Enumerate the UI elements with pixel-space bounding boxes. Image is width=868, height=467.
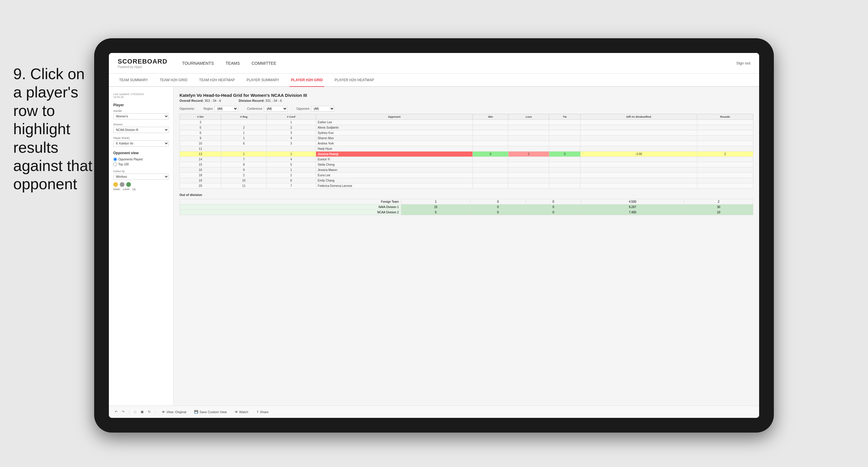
nav-committee[interactable]: COMMITTEE — [252, 59, 276, 67]
dot-up — [126, 182, 131, 187]
cell-rounds — [697, 146, 753, 152]
region-filter-group: Region (All) — [204, 106, 238, 112]
out-cell-rounds: 2 — [684, 199, 753, 205]
instruction-text: 9. Click on a player's row to highlight … — [13, 65, 96, 193]
cell-tie — [549, 146, 581, 152]
table-row[interactable]: 31Esther Lee — [180, 120, 753, 125]
tab-player-h2h-grid[interactable]: PLAYER H2H GRID — [289, 73, 324, 87]
opponent-select[interactable]: (All) — [311, 106, 335, 112]
view-original-btn[interactable]: 👁 View: Original — [160, 409, 188, 415]
cell-opponent: Emily Chang — [316, 178, 473, 183]
cell-conf: 2 — [266, 173, 316, 178]
tab-team-summary[interactable]: TEAM SUMMARY — [118, 73, 150, 87]
share-icon: ⇪ — [256, 410, 259, 414]
opponents-played-option[interactable]: Opponents Played — [113, 157, 169, 161]
cell-div: 3 — [180, 120, 221, 125]
out-table-row[interactable]: Foreign Team1004.5002 — [180, 199, 753, 205]
out-cell-col2: 0 — [470, 199, 526, 205]
cell-win — [473, 120, 508, 125]
table-row[interactable]: 522Alexis Sudjianto — [180, 125, 753, 130]
table-row[interactable]: 914Sharon Mun — [180, 136, 753, 141]
cell-rounds — [697, 141, 753, 146]
toolbar-refresh[interactable]: ↻ — [148, 410, 151, 414]
save-custom-btn[interactable]: 💾 Save Custom View — [192, 409, 228, 415]
main-content: Last Updated: 27/03/2024 16:55:38 Player… — [109, 87, 759, 405]
cell-win — [473, 141, 508, 146]
cell-reg: 7 — [221, 157, 267, 162]
tab-player-h2h-heatmap[interactable]: PLAYER H2H HEATMAP — [333, 73, 375, 87]
cell-conf: 3 — [266, 130, 316, 136]
th-loss: Loss — [508, 114, 549, 120]
cell-opponent: Andrea York — [316, 141, 473, 146]
cell-opponent: Jessica Huang — [316, 152, 473, 157]
player-rank-label: Player (Rank) — [113, 136, 169, 139]
conference-select[interactable]: (All) — [264, 106, 287, 112]
toolbar-undo[interactable]: ↶ — [115, 410, 117, 414]
watch-btn[interactable]: 👁 Watch — [233, 409, 250, 415]
sidebar-timestamp: Last Updated: 27/03/2024 16:55:38 — [113, 93, 169, 99]
top-100-radio[interactable] — [113, 162, 117, 166]
cell-loss — [508, 141, 549, 146]
region-select[interactable]: (All) — [215, 106, 238, 112]
save-icon: 💾 — [194, 410, 198, 414]
cell-diff — [580, 125, 697, 130]
out-table-row[interactable]: NCAA Division 25007.40010 — [180, 210, 753, 215]
table-row[interactable]: 1822Euna Lee — [180, 173, 753, 178]
cell-tie — [549, 120, 581, 125]
tab-player-summary[interactable]: PLAYER SUMMARY — [245, 73, 281, 87]
share-btn[interactable]: ⇪ Share — [254, 409, 270, 415]
cell-div: 6 — [180, 130, 221, 136]
cell-reg: 9 — [221, 167, 267, 173]
top-100-option[interactable]: Top 100 — [113, 162, 169, 166]
gender-label: Gender — [113, 110, 169, 113]
cell-div: 13 — [180, 152, 221, 157]
table-row[interactable]: 1474Eunice Yi — [180, 157, 753, 162]
cell-opponent: Euna Lee — [316, 173, 473, 178]
sign-out-link[interactable]: Sign out — [736, 61, 750, 65]
toolbar-copy[interactable]: □ — [134, 410, 136, 414]
cell-win — [473, 146, 508, 152]
player-rank-select[interactable]: 8. Katelyn Vo — [113, 141, 169, 147]
tab-team-h2h-heatmap[interactable]: TEAM H2H HEATMAP — [198, 73, 236, 87]
table-row[interactable]: 1311Jessica Huang010-3.002 — [180, 152, 753, 157]
last-updated: Last Updated: 27/03/2024 — [113, 93, 169, 96]
cell-tie — [549, 130, 581, 136]
cell-win — [473, 183, 508, 189]
table-row[interactable]: 1691Jessica Mason — [180, 167, 753, 173]
table-row[interactable]: 1063Andrea York — [180, 141, 753, 146]
table-row[interactable]: 11Haeji Hyun — [180, 146, 753, 152]
cell-diff — [580, 183, 697, 189]
toolbar-redo[interactable]: ↷ — [122, 410, 124, 414]
watch-icon: 👁 — [235, 410, 238, 414]
cell-loss — [508, 130, 549, 136]
division-field: Division NCAA Division III — [113, 123, 169, 133]
cell-tie — [549, 167, 581, 173]
nav-teams[interactable]: TEAMS — [226, 59, 240, 67]
table-row[interactable]: 1585Stella Cheng — [180, 162, 753, 167]
toolbar-paste[interactable]: ▣ — [141, 410, 144, 414]
sidebar: Last Updated: 27/03/2024 16:55:38 Player… — [109, 87, 174, 405]
cell-tie — [549, 141, 581, 146]
division-select[interactable]: NCAA Division III — [113, 127, 169, 133]
cell-conf: 4 — [266, 157, 316, 162]
out-cell-col1: 1 — [401, 199, 470, 205]
colour-by-section: Colour by Win/loss — [113, 170, 169, 180]
cell-diff — [580, 167, 697, 173]
cell-loss — [508, 146, 549, 152]
tab-team-h2h-grid[interactable]: TEAM H2H GRID — [158, 73, 189, 87]
cell-reg: 6 — [221, 141, 267, 146]
out-table-row[interactable]: NAIA Division 115009.26730 — [180, 205, 753, 210]
out-cell-col1: 15 — [401, 205, 470, 210]
legend-dots — [113, 182, 169, 187]
nav-tournaments[interactable]: TOURNAMENTS — [182, 59, 214, 67]
player-rank-field: Player (Rank) 8. Katelyn Vo — [113, 136, 169, 147]
table-row[interactable]: 613Sydney Kuo — [180, 130, 753, 136]
conference-filter-group: Conference (All) — [247, 106, 287, 112]
colour-by-label: Colour by — [113, 170, 169, 173]
table-row[interactable]: 20117Federica Domecq Lacroze — [180, 183, 753, 189]
gender-select[interactable]: Women's — [113, 113, 169, 120]
table-row[interactable]: 19106Emily Chang — [180, 178, 753, 183]
colour-by-select[interactable]: Win/loss — [113, 174, 169, 180]
opponents-played-radio[interactable] — [113, 157, 117, 161]
h2h-table: # Div # Reg # Conf Opponent Win Loss Tie… — [180, 114, 753, 189]
